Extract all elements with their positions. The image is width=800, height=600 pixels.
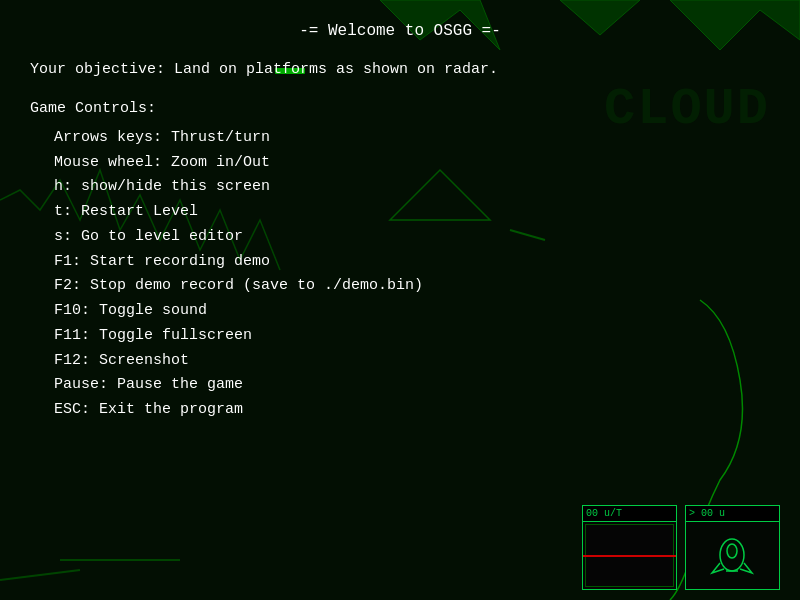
hud-container: 00 u/T > 00 u [582,505,780,590]
hud-right-screen [686,521,779,589]
control-line: F11: Toggle fullscreen [30,324,770,349]
hud-left-screen [583,521,676,589]
help-objective: Your objective: Land on platforms as sho… [30,58,770,83]
control-line: Mouse wheel: Zoom in/Out [30,151,770,176]
help-panel: -= Welcome to OSGG =- Your objective: La… [30,18,770,423]
hud-left-panel: 00 u/T [582,505,677,590]
hud-right-header: > 00 u [686,506,779,521]
help-title: -= Welcome to OSGG =- [30,18,770,44]
control-line: t: Restart Level [30,200,770,225]
hud-left-header: 00 u/T [583,506,676,521]
control-line: s: Go to level editor [30,225,770,250]
help-controls-list: Arrows keys: Thrust/turnMouse wheel: Zoo… [30,126,770,423]
control-line: h: show/hide this screen [30,175,770,200]
hud-right-panel: > 00 u [685,505,780,590]
control-line: F2: Stop demo record (save to ./demo.bin… [30,274,770,299]
ship-icon [705,528,760,583]
svg-line-7 [0,570,80,580]
control-line: ESC: Exit the program [30,398,770,423]
svg-point-9 [727,544,737,558]
control-line: Arrows keys: Thrust/turn [30,126,770,151]
control-line: F1: Start recording demo [30,250,770,275]
help-controls-label: Game Controls: [30,97,770,122]
control-line: F12: Screenshot [30,349,770,374]
control-line: Pause: Pause the game [30,373,770,398]
control-line: F10: Toggle sound [30,299,770,324]
game-canvas: CLOUD -= Welcome to OSGG =- Your objecti… [0,0,800,600]
